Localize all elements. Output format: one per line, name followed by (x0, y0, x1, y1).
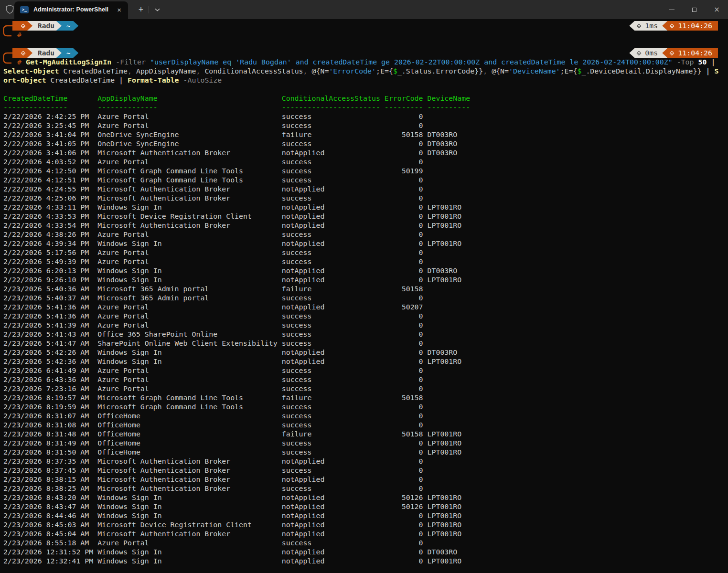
table-cell: success (282, 167, 385, 176)
table-cell: DT003RO (423, 348, 728, 357)
table-cell: SharePoint Online Web Client Extensibili… (97, 339, 281, 348)
table-cell: 0 (385, 212, 423, 221)
command-token: _.DeviceDetail.DisplayName}} (581, 67, 701, 75)
tab-close-icon[interactable]: × (115, 5, 123, 14)
table-cell: Microsoft Authentication Broker (97, 457, 281, 466)
table-cell: success (282, 448, 385, 457)
tab-dropdown-button[interactable] (151, 0, 163, 19)
command-token: CreatedDateTime (46, 76, 119, 85)
titlebar[interactable]: >_ Administrator: PowerShell × + × (0, 0, 728, 19)
table-cell: 0 (385, 375, 423, 384)
table-cell: success (282, 176, 385, 185)
table-row: 2/22/2026 2:42:25 PMAzure Portalsuccess0 (3, 112, 728, 121)
table-cell: 2/23/2026 12:32:41 PM (3, 557, 97, 566)
terminal-content[interactable]: Radu ~ 1ms 11:04:26 # Radu ~ 0ms 11:04:2… (0, 19, 728, 573)
prompt-block-2: Radu ~ 0ms 11:04:26 (0, 48, 728, 59)
table-cell: Microsoft Authentication Broker (97, 149, 281, 158)
prompt-status: 1ms 11:04:26 (629, 21, 718, 31)
table-cell: success (282, 439, 385, 448)
table-cell (423, 194, 728, 203)
table-cell: 0 (385, 520, 423, 530)
command-token: $ (393, 67, 397, 75)
table-row: 2/22/2026 3:25:45 PMAzure Portalsuccess0 (3, 121, 728, 130)
table-cell: Microsoft Authentication Broker (97, 221, 281, 230)
table-cell (423, 403, 728, 412)
table-cell: Azure Portal (97, 121, 281, 130)
table-cell: success (282, 330, 385, 339)
table-cell: 50126 (385, 502, 423, 511)
tab-powershell[interactable]: >_ Administrator: PowerShell × (14, 1, 128, 19)
table-cell: Microsoft Authentication Broker (97, 475, 281, 484)
table-cell: 0 (385, 412, 423, 421)
table-cell: 0 (385, 348, 423, 357)
table-cell: Office 365 SharePoint Online (97, 330, 281, 339)
table-cell: Microsoft Graph Command Line Tools (97, 403, 281, 412)
table-row: 2/22/2026 3:41:05 PMOneDrive SyncEngines… (3, 139, 728, 149)
table-cell: 2/23/2026 5:41:39 AM (3, 321, 97, 330)
table-cell: 0 (385, 112, 423, 121)
table-cell: 50158 (385, 130, 423, 139)
table-cell: Azure Portal (97, 230, 281, 239)
table-row: 2/23/2026 5:41:47 AMSharePoint Online We… (3, 339, 728, 348)
command-token: -AutoSize (183, 76, 222, 85)
table-row: 2/22/2026 4:33:11 PMWindows Sign InnotAp… (3, 203, 728, 212)
table-cell: 0 (385, 339, 423, 348)
table-cell: 0 (385, 149, 423, 158)
table-cell: LPT001RO (423, 203, 728, 212)
minimize-button[interactable] (661, 0, 683, 19)
command-token (179, 76, 183, 85)
command-input[interactable]: # Get-MgAuditLogSignIn -Filter "userDisp… (3, 58, 728, 85)
table-cell (423, 412, 728, 421)
table-cell: notApplied (282, 511, 385, 520)
table-cell: notApplied (282, 475, 385, 484)
table-cell: 0 (385, 330, 423, 339)
table-cell: success (282, 412, 385, 421)
table-cell: success (282, 257, 385, 266)
table-cell: 0 (385, 239, 423, 248)
table-cell (423, 121, 728, 130)
table-cell: notApplied (282, 276, 385, 285)
table-cell: 0 (385, 457, 423, 466)
table-cell: Azure Portal (97, 539, 281, 548)
table-cell: 2/23/2026 8:37:35 AM (3, 457, 97, 466)
table-row: 2/23/2026 8:31:50 AMOfficeHomesuccess0LP… (3, 448, 728, 457)
maximize-button[interactable] (683, 0, 706, 19)
table-row: 2/23/2026 5:42:26 AMWindows Sign InnotAp… (3, 348, 728, 357)
table-cell: Azure Portal (97, 303, 281, 312)
table-cell: success (282, 230, 385, 239)
table-cell: Windows Sign In (97, 276, 281, 285)
table-cell: notApplied (282, 239, 385, 248)
table-header-row: CreatedDateTimeAppDisplayNameConditional… (3, 94, 728, 103)
table-cell: 2/22/2026 4:33:53 PM (3, 212, 97, 221)
table-cell: Windows Sign In (97, 548, 281, 557)
table-cell: Azure Portal (97, 321, 281, 330)
command-line: # Get-MgAuditLogSignIn -Filter "userDisp… (17, 58, 728, 67)
tab-title: Administrator: PowerShell (33, 6, 115, 13)
table-cell: Azure Portal (97, 158, 281, 167)
table-cell: 0 (385, 530, 423, 539)
table-row: 2/22/2026 5:17:56 PMAzure Portalsuccess0 (3, 248, 728, 257)
command-token: CreatedDateTime (59, 67, 128, 75)
table-cell: LPT001RO (423, 511, 728, 520)
table-cell: Microsoft Authentication Broker (97, 466, 281, 475)
table-row: 2/23/2026 12:32:41 PMWindows Sign InnotA… (3, 557, 728, 566)
prompt-char: # (17, 31, 21, 40)
close-button[interactable]: × (706, 0, 728, 19)
table-cell (423, 339, 728, 348)
table-cell: Windows Sign In (97, 239, 281, 248)
table-cell: 0 (385, 539, 423, 548)
new-tab-button[interactable]: + (134, 0, 148, 19)
table-cell: notApplied (282, 357, 385, 366)
table-cell: failure (282, 130, 385, 139)
table-cell: success (282, 403, 385, 412)
table-cell: 0 (385, 194, 423, 203)
table-row: 2/23/2026 8:37:45 AMMicrosoft Authentica… (3, 466, 728, 475)
table-cell: failure (282, 285, 385, 294)
table-cell: 2/22/2026 4:24:55 PM (3, 185, 97, 194)
table-row: 2/23/2026 8:31:49 AMOfficeHomesuccess0LP… (3, 439, 728, 448)
table-cell: 2/23/2026 8:43:20 AM (3, 493, 97, 502)
diamond-icon (637, 23, 642, 28)
table-cell (423, 112, 728, 121)
table-cell: Microsoft 365 Admin portal (97, 285, 281, 294)
table-row: 2/23/2026 5:40:37 AMMicrosoft 365 Admin … (3, 294, 728, 303)
